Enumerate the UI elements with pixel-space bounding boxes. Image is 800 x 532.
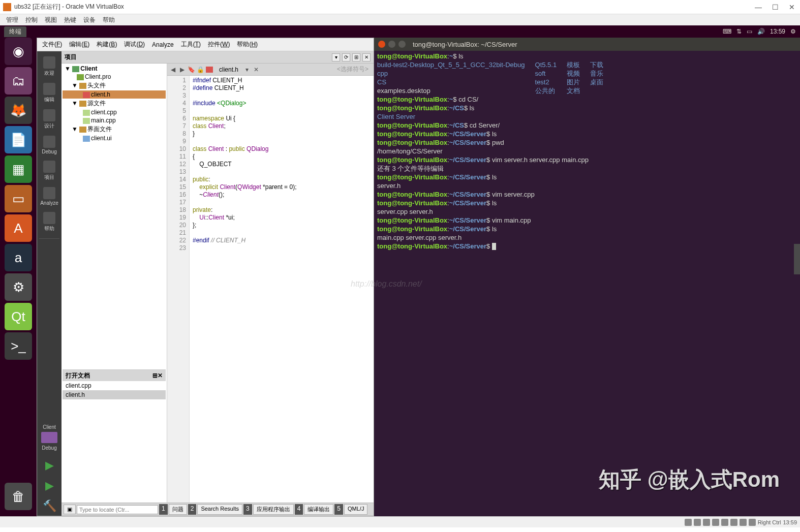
bottom-tab-num[interactable]: 2 — [188, 504, 197, 515]
tree-forms[interactable]: ▼ 界面文件 — [63, 124, 166, 134]
vbox-menu-item[interactable]: 管理 — [6, 16, 18, 24]
qt-menubar: 文件(F)编辑(E)构建(B)调试(D)Analyze工具(T)控件(W)帮助(… — [37, 38, 374, 51]
launcher-settings[interactable]: ⚙ — [5, 273, 32, 301]
open-doc-item[interactable]: client.h — [63, 390, 166, 399]
launcher-software[interactable]: A — [5, 214, 32, 242]
bottom-tab[interactable]: 应用程序输出 — [253, 504, 294, 515]
volume-icon[interactable]: 🔊 — [757, 28, 765, 35]
close-button[interactable]: ✕ — [789, 3, 795, 11]
vbox-menu-item[interactable]: 帮助 — [103, 16, 115, 24]
terminal-body[interactable]: tong@tong-VirtualBox:~$ lsbuild-test2-De… — [374, 51, 800, 516]
qt-menu-item[interactable]: 工具(T) — [181, 40, 201, 49]
bottom-tab-num[interactable]: 1 — [159, 504, 168, 515]
status-shared-icon[interactable] — [721, 519, 728, 526]
status-display-icon[interactable] — [730, 519, 737, 526]
tree-file[interactable]: client.h — [63, 90, 166, 99]
qt-menu-item[interactable]: 帮助(H) — [237, 40, 258, 49]
status-cd-icon[interactable] — [694, 519, 701, 526]
minimize-button[interactable]: — — [755, 3, 762, 11]
launcher-dash[interactable]: ◉ — [5, 38, 32, 65]
vbox-menu-item[interactable]: 设备 — [83, 16, 96, 24]
status-mouse-icon[interactable] — [749, 519, 756, 526]
nav-back[interactable]: ◀ — [169, 66, 176, 73]
bottom-tab[interactable]: QML/J — [344, 504, 367, 515]
open-docs-split[interactable]: ⊞ — [152, 372, 158, 379]
qt-menu-item[interactable]: 控件(W) — [208, 40, 230, 49]
term-close-button[interactable] — [378, 41, 385, 48]
network-icon[interactable]: ⇅ — [736, 28, 742, 35]
editor-close[interactable]: ✕ — [253, 66, 260, 73]
tree-pro-file[interactable]: Client.pro — [63, 73, 166, 81]
vbox-menu-item[interactable]: 热键 — [64, 16, 76, 24]
launcher-writer[interactable]: 📄 — [5, 126, 32, 153]
filter-button[interactable]: ▾ — [332, 53, 340, 61]
keyboard-icon[interactable]: ⌨ — [723, 28, 731, 35]
tree-project[interactable]: ▼ Client — [63, 65, 166, 73]
mode-Debug[interactable]: Debug — [38, 133, 60, 158]
open-doc-item[interactable]: client.cpp — [63, 381, 166, 390]
tree-file[interactable]: client.ui — [63, 134, 166, 142]
bottom-tab-num[interactable]: 3 — [243, 504, 252, 515]
output-toggle[interactable]: ▣ — [64, 505, 76, 514]
bottom-tab[interactable]: 编译输出 — [304, 504, 333, 515]
qt-menu-item[interactable]: 调试(D) — [124, 40, 145, 49]
nav-fwd[interactable]: ▶ — [178, 66, 186, 73]
run-debug-button[interactable]: ▶ — [42, 476, 57, 495]
status-usb-icon[interactable] — [712, 519, 719, 526]
topbar-app-title[interactable]: 终端 — [4, 26, 26, 37]
qt-menu-item[interactable]: Analyze — [152, 41, 174, 48]
term-max-button[interactable] — [398, 41, 406, 48]
open-docs-close[interactable]: ✕ — [158, 372, 163, 379]
lock-icon[interactable]: 🔒 — [197, 66, 204, 73]
bottom-tab-num[interactable]: 4 — [295, 504, 303, 515]
run-button[interactable]: ▶ — [42, 456, 57, 475]
mode-帮助[interactable]: 帮助 — [38, 209, 60, 235]
launcher-terminal[interactable]: >_ — [5, 332, 32, 360]
tree-sources[interactable]: ▼ 源文件 — [63, 99, 166, 108]
gear-icon[interactable]: ⚙ — [790, 28, 796, 35]
status-rec-icon[interactable] — [740, 519, 747, 526]
sync-button[interactable]: ⟳ — [342, 53, 350, 61]
battery-icon[interactable]: ▭ — [747, 28, 752, 35]
maximize-button[interactable]: ☐ — [772, 3, 779, 11]
tree-headers[interactable]: ▼ 头文件 — [63, 81, 166, 90]
mode-编辑[interactable]: 编辑 — [38, 80, 60, 106]
launcher-firefox[interactable]: 🦊 — [5, 97, 32, 124]
mode-Analyze[interactable]: Analyze — [38, 184, 60, 209]
qt-menu-item[interactable]: 编辑(E) — [69, 40, 89, 49]
code-area[interactable]: #ifndef CLIENT_H#define CLIENT_H #includ… — [190, 76, 374, 503]
tree-file[interactable]: client.cpp — [63, 108, 166, 116]
launcher-files[interactable]: 🗂 — [5, 67, 32, 95]
bottom-tab[interactable]: Search Results — [197, 504, 242, 515]
qt-menu-item[interactable]: 文件(F) — [42, 40, 62, 49]
bookmark-icon[interactable]: 🔖 — [188, 66, 195, 73]
bottom-tab-num[interactable]: 5 — [334, 504, 343, 515]
launcher-amazon[interactable]: a — [5, 244, 32, 271]
tree-file[interactable]: main.cpp — [63, 116, 166, 124]
term-min-button[interactable] — [388, 41, 395, 48]
split-button[interactable]: ⊞ — [352, 53, 360, 61]
clock[interactable]: 13:59 — [770, 28, 785, 35]
status-hd-icon[interactable] — [685, 519, 692, 526]
editor-content[interactable]: 1234567891011121314151617181920212223 #i… — [167, 76, 374, 503]
mode-项目[interactable]: 项目 — [38, 158, 60, 184]
vbox-menu-item[interactable]: 控制 — [25, 16, 38, 24]
run-config[interactable]: Client Debug — [41, 420, 57, 455]
file-dropdown[interactable]: ▾ — [243, 66, 251, 73]
launcher-trash[interactable]: 🗑 — [5, 483, 32, 510]
editor-filename[interactable]: client.h — [216, 66, 241, 73]
locator-input[interactable] — [77, 505, 158, 514]
mode-设计[interactable]: 设计 — [38, 106, 60, 133]
launcher-calc[interactable]: ▦ — [5, 155, 32, 183]
close-pane-button[interactable]: ✕ — [362, 53, 371, 61]
build-button[interactable]: 🔨 — [40, 496, 59, 516]
file-type-h-icon — [206, 67, 213, 73]
launcher-impress[interactable]: ▭ — [5, 185, 32, 212]
status-net-icon[interactable] — [703, 519, 710, 526]
symbol-selector[interactable]: <选择符号> — [334, 65, 372, 74]
vbox-menu-item[interactable]: 视图 — [45, 16, 57, 24]
bottom-tab[interactable]: 问题 — [169, 504, 187, 515]
launcher-qtcreator[interactable]: Qt — [5, 303, 32, 330]
qt-menu-item[interactable]: 构建(B) — [97, 40, 117, 49]
mode-欢迎[interactable]: 欢迎 — [38, 53, 60, 80]
